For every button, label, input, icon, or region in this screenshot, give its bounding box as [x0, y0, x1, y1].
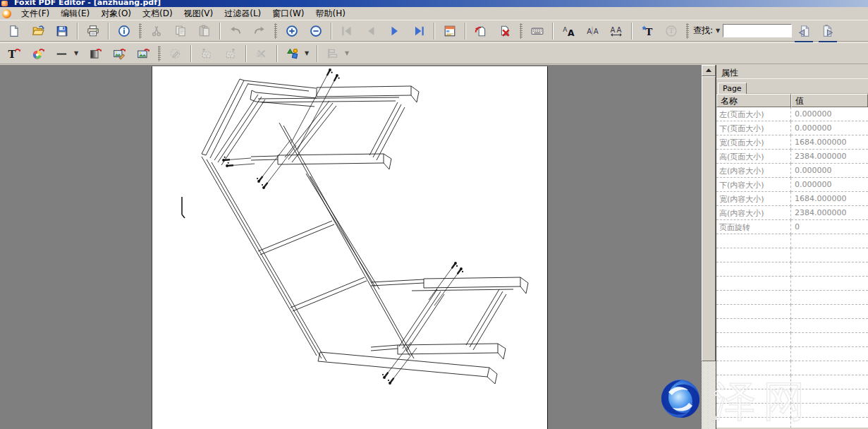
document-page[interactable]	[152, 66, 548, 429]
column-header-value[interactable]: 值	[791, 94, 868, 107]
zoom-in-button[interactable]	[283, 22, 301, 40]
menu-item-edit[interactable]: 编辑(E)	[55, 7, 95, 20]
menu-item-window[interactable]: 窗口(W)	[267, 7, 310, 20]
menu-item-object[interactable]: 对象(O)	[95, 7, 137, 20]
find-history-dropdown-icon[interactable]: ▼	[716, 28, 720, 34]
property-name	[716, 347, 791, 361]
toolbar-main: AAAAAATT查找:▼	[0, 20, 868, 42]
property-row-empty	[716, 248, 868, 262]
toolbar-drag-handle[interactable]	[158, 46, 161, 61]
property-name	[716, 361, 791, 375]
toolbar-drag-handle[interactable]	[139, 23, 142, 39]
property-name	[716, 404, 791, 418]
line-style-button[interactable]	[53, 44, 71, 63]
property-row[interactable]: 左(页面大小)0.000000	[716, 107, 868, 121]
property-value	[791, 248, 868, 262]
svg-text:T: T	[8, 47, 16, 59]
menu-item-view[interactable]: 视图(V)	[178, 7, 219, 20]
property-value[interactable]: 1684.000000	[791, 135, 868, 150]
property-row[interactable]: 宽(页面大小)1684.000000	[716, 135, 868, 150]
property-value	[791, 305, 868, 319]
vertical-scrollbar[interactable]	[702, 65, 716, 429]
property-value[interactable]: 0.000000	[791, 107, 868, 121]
new-document-button[interactable]	[5, 22, 23, 40]
property-name	[716, 418, 791, 428]
app-icon	[1, 1, 8, 6]
zoom-out-button[interactable]	[307, 22, 325, 40]
menu-item-file[interactable]: 文件(F)	[16, 7, 55, 20]
property-value[interactable]: 2384.000000	[791, 206, 868, 220]
open-file-button[interactable]	[29, 22, 47, 40]
text-mode-button: T	[662, 22, 680, 40]
virtual-keyboard-button[interactable]	[528, 22, 546, 40]
property-row-empty	[716, 333, 868, 347]
add-shading-button[interactable]	[86, 44, 104, 63]
document-info-button[interactable]	[115, 22, 133, 40]
property-name	[716, 319, 791, 333]
svg-text:T: T	[669, 28, 673, 35]
first-page-button	[338, 22, 356, 40]
property-value[interactable]: 0	[791, 220, 868, 234]
add-text-button[interactable]: T	[638, 22, 656, 40]
property-row[interactable]: 左(内容大小)0.000000	[716, 164, 868, 178]
column-header-name[interactable]: 名称	[716, 94, 791, 107]
property-row[interactable]: 高(内容大小)2384.000000	[716, 206, 868, 220]
property-value[interactable]: 1684.000000	[791, 192, 868, 206]
toolbar-separator	[631, 23, 632, 40]
font-replace-button[interactable]: AA	[559, 22, 577, 40]
dropdown-arrow-icon[interactable]: ▼	[74, 50, 82, 56]
property-row[interactable]: 宽(内容大小)1684.000000	[716, 192, 868, 206]
redo-button	[250, 22, 269, 40]
menu-item-help[interactable]: 帮助(H)	[310, 7, 351, 20]
find-label: 查找:	[693, 25, 713, 37]
property-row[interactable]: 下(内容大小)0.000000	[716, 178, 868, 192]
shapes-button[interactable]	[283, 44, 302, 63]
property-row-empty	[716, 375, 868, 389]
toolbar-drag-handle[interactable]	[274, 23, 277, 39]
print-button[interactable]	[84, 22, 102, 40]
font-spacing-button[interactable]: AA	[607, 22, 625, 40]
menu-item-document[interactable]: 文档(D)	[137, 7, 178, 20]
menu-item-filter[interactable]: 过滤器(L)	[219, 7, 267, 20]
last-page-button[interactable]	[410, 22, 428, 40]
cut-button	[147, 22, 166, 40]
add-color-object-button[interactable]	[29, 44, 47, 63]
toolbar-drag-handle[interactable]	[520, 23, 522, 39]
property-name	[716, 389, 791, 404]
add-text-object-button[interactable]: T	[5, 44, 23, 63]
property-value[interactable]: 2384.000000	[791, 150, 868, 164]
previous-page-button	[362, 22, 380, 40]
find-next-button[interactable]	[819, 22, 837, 40]
tab-page[interactable]: Page	[718, 83, 747, 95]
property-value[interactable]: 0.000000	[791, 121, 868, 135]
find-previous-button[interactable]	[795, 22, 813, 40]
property-row-empty	[716, 361, 868, 375]
property-row[interactable]: 页面旋转0	[716, 220, 868, 234]
find-input[interactable]	[723, 24, 792, 37]
panel-title: 属性	[716, 65, 868, 79]
edit-image-button[interactable]	[110, 44, 128, 63]
toolbar-separator	[190, 45, 192, 62]
property-row[interactable]: 高(页面大小)2384.000000	[716, 150, 868, 164]
scroll-up-button[interactable]	[702, 65, 716, 76]
page-layout-button[interactable]	[441, 22, 459, 40]
scrollbar-thumb[interactable]	[702, 76, 716, 361]
property-row[interactable]: 下(页面大小)0.000000	[716, 121, 868, 135]
property-value	[791, 277, 868, 291]
paste-button	[195, 22, 214, 40]
save-button[interactable]	[53, 22, 71, 40]
toolbar-separator	[552, 23, 554, 40]
property-name	[716, 375, 791, 389]
next-page-button[interactable]	[386, 22, 404, 40]
toolbar-drag-handle[interactable]	[686, 23, 689, 39]
property-value[interactable]: 0.000000	[791, 164, 868, 178]
dropdown-arrow-icon[interactable]: ▼	[345, 50, 353, 56]
insert-page-button[interactable]	[472, 22, 490, 40]
font-kerning-button[interactable]: AA	[583, 22, 601, 40]
property-name	[716, 291, 791, 305]
add-image-button[interactable]	[134, 44, 152, 63]
property-value[interactable]: 0.000000	[791, 178, 868, 192]
dropdown-arrow-icon[interactable]: ▼	[305, 50, 312, 56]
property-row-empty	[716, 404, 868, 418]
delete-page-button[interactable]	[496, 22, 514, 40]
